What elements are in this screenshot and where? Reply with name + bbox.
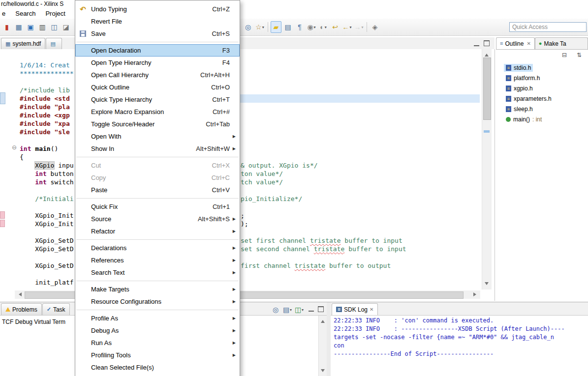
- vertical-scroll-thumb[interactable]: [483, 58, 491, 120]
- menu-separator: [76, 42, 239, 42]
- context-menu-item-clean-selected-file-s[interactable]: Clean Selected File(s): [75, 361, 240, 374]
- open-console-icon-dropdown[interactable]: ▾: [302, 308, 304, 312]
- context-menu-item-quick-type-hierarchy[interactable]: Quick Type HierarchyCtrl+T: [75, 93, 240, 106]
- code-editor[interactable]: ⊖ 1/6/14: Creat**************/*include l…: [0, 49, 495, 301]
- segments-icon[interactable]: ▤: [282, 21, 293, 33]
- include-icon: ≡: [506, 65, 511, 71]
- context-menu-item-open-call-hierarchy[interactable]: Open Call HierarchyCtrl+Alt+H: [75, 69, 240, 81]
- outline-list: ≡stdio.h≡platform.h≡xgpio.h≡xparameters.…: [496, 60, 588, 124]
- panel-divider[interactable]: [327, 302, 331, 376]
- context-menu-item-toggle-source-header[interactable]: Toggle Source/HeaderCtrl+Tab: [75, 118, 240, 130]
- context-menu-item-profile-as[interactable]: Profile As▶: [75, 312, 240, 324]
- menu-item-shortcut: Alt+Shift+S: [198, 215, 230, 223]
- annotations-icon[interactable]: ◐▾: [318, 21, 329, 33]
- outline-panel: ≡ Outline ✕ ● Make Ta ⊟⇅ ≡stdio.h≡platfo…: [496, 37, 588, 301]
- tab-task[interactable]: ✓Task: [42, 303, 70, 315]
- collapse-all-icon[interactable]: ⊟: [559, 50, 570, 60]
- console-vertical-scrollbar[interactable]: [318, 316, 327, 376]
- sort-icon[interactable]: ⇅: [574, 50, 585, 60]
- menu-search[interactable]: Search: [15, 10, 35, 17]
- outline-item-platform-h[interactable]: ≡platform.h: [496, 73, 588, 83]
- scroll-up-icon[interactable]: [485, 52, 489, 57]
- context-menu-item-undo-typing[interactable]: ↶Undo TypingCtrl+Z: [75, 3, 240, 15]
- pin-editor-icon[interactable]: ◈: [370, 21, 380, 33]
- context-menu-item-open-declaration[interactable]: Open DeclarationF3: [75, 44, 240, 57]
- annotations-icon-dropdown[interactable]: ▾: [325, 25, 327, 29]
- scroll-right-icon[interactable]: [473, 292, 478, 296]
- show-whitespace-icon[interactable]: ¶: [294, 21, 305, 33]
- editor-tab-system-hdf[interactable]: ▦system.hdf: [1, 38, 45, 49]
- menu-project[interactable]: Project: [45, 10, 65, 17]
- context-menu-item-make-targets[interactable]: Make Targets▶: [75, 283, 240, 295]
- back-icon[interactable]: ←▾: [341, 21, 352, 33]
- search-icon[interactable]: ◎: [243, 21, 253, 33]
- outline-item-stdio-h[interactable]: ≡stdio.h: [496, 62, 588, 73]
- scroll-down-icon[interactable]: [321, 369, 325, 374]
- quick-access-input[interactable]: Quick Access: [509, 22, 587, 32]
- outline-item-xparameters-h[interactable]: ≡xparameters.h: [496, 93, 588, 104]
- close-icon[interactable]: ✕: [370, 307, 373, 312]
- tab-problems[interactable]: Problems: [1, 303, 42, 315]
- menu-e[interactable]: e: [2, 10, 5, 17]
- outline-item-sleep-h[interactable]: ≡sleep.h: [496, 104, 588, 114]
- scroll-up-icon[interactable]: [321, 318, 325, 323]
- context-menu-item-paste[interactable]: PasteCtrl+V: [75, 184, 240, 196]
- context-menu-item-references[interactable]: References▶: [75, 254, 240, 266]
- minimize-icon[interactable]: [474, 41, 479, 46]
- xilinx-sdk-icon[interactable]: ▮: [1, 21, 12, 33]
- context-menu-item-debug-as[interactable]: Debug As▶: [75, 324, 240, 337]
- highlighter-icon[interactable]: ▰: [271, 21, 281, 33]
- context-menu-item-run-as[interactable]: Run As▶: [75, 337, 240, 349]
- context-menu-item-revert-file[interactable]: Revert File: [75, 15, 240, 28]
- context-menu-item-show-in[interactable]: Show InAlt+Shift+W▶: [75, 143, 240, 155]
- mark-occurrences-icon[interactable]: ◉▾: [306, 21, 317, 33]
- menu-separator: [76, 281, 239, 281]
- context-menu-item-explore-macro-expansion[interactable]: Explore Macro ExpansionCtrl+#: [75, 106, 240, 118]
- display-console-icon-dropdown[interactable]: ▾: [290, 308, 292, 312]
- outline-item-xgpio-h[interactable]: ≡xgpio.h: [496, 83, 588, 93]
- external-tools-icon-dropdown[interactable]: ▾: [262, 25, 264, 29]
- context-menu-item-open-type-hierarchy[interactable]: Open Type HierarchyF4: [75, 57, 240, 69]
- external-tools-icon[interactable]: ☆▾: [254, 21, 265, 33]
- outline-item-main[interactable]: main() : int: [496, 114, 588, 124]
- tab-make-targets[interactable]: ● Make Ta: [535, 37, 588, 49]
- console-view-icon[interactable]: ◫: [49, 21, 60, 33]
- editor-tab-hidden[interactable]: ▤: [46, 38, 62, 49]
- tab-label: Problems: [12, 306, 37, 313]
- console-toolbar: ◎▤▾◫▾: [270, 304, 305, 316]
- tab-outline[interactable]: ≡ Outline ✕: [496, 37, 535, 49]
- outline-toolbar: ⊟⇅: [496, 50, 588, 60]
- context-menu-item-quick-fix[interactable]: Quick FixCtrl+1: [75, 201, 240, 213]
- target-connections-icon[interactable]: ◪: [61, 21, 71, 33]
- context-menu-item-open-with[interactable]: Open With▶: [75, 130, 240, 143]
- editor-vertical-scrollbar[interactable]: [482, 49, 492, 289]
- minimize-icon[interactable]: [309, 306, 314, 312]
- scroll-left-icon[interactable]: [17, 292, 22, 296]
- mark-occurrences-icon-dropdown[interactable]: ▾: [314, 25, 316, 29]
- program-fpga-icon[interactable]: ▣: [25, 21, 36, 33]
- segments-icon: ▤: [284, 23, 291, 31]
- context-menu-item-refactor[interactable]: Refactor▶: [75, 225, 240, 237]
- context-menu-item-save[interactable]: SaveCtrl+S: [75, 28, 240, 40]
- context-menu-item-quick-outline[interactable]: Quick OutlineCtrl+O: [75, 81, 240, 93]
- new-wizard-icon[interactable]: ▦: [13, 21, 24, 33]
- sdk-log-output[interactable]: 22:22:33 INFO : 'con' command is execute…: [334, 317, 565, 358]
- back-icon-dropdown[interactable]: ▾: [349, 25, 351, 29]
- scroll-down-icon[interactable]: [485, 282, 489, 287]
- open-console-icon[interactable]: ◫▾: [294, 304, 305, 316]
- tab-sdk-log[interactable]: ≣ SDK Log ✕: [332, 303, 378, 315]
- pin-console-icon[interactable]: ◎: [270, 304, 281, 316]
- maximize-icon[interactable]: [318, 306, 324, 312]
- context-menu-item-declarations[interactable]: Declarations▶: [75, 242, 240, 254]
- context-menu-item-resource-configurations[interactable]: Resource Configurations▶: [75, 295, 240, 308]
- close-icon[interactable]: ✕: [526, 41, 530, 46]
- maximize-icon[interactable]: [484, 40, 490, 46]
- context-menu-item-profiling-tools[interactable]: Profiling Tools▶: [75, 349, 240, 361]
- sdk-terminal-icon[interactable]: ▥: [37, 21, 48, 33]
- last-edit-location-icon[interactable]: ↩: [330, 21, 340, 33]
- display-console-icon[interactable]: ▤▾: [282, 304, 293, 316]
- context-menu-item-search-text[interactable]: Search Text▶: [75, 266, 240, 279]
- forward-icon-dropdown[interactable]: ▾: [361, 25, 363, 29]
- console-view-icon: ◫: [51, 23, 57, 31]
- context-menu-item-source[interactable]: SourceAlt+Shift+S▶: [75, 213, 240, 225]
